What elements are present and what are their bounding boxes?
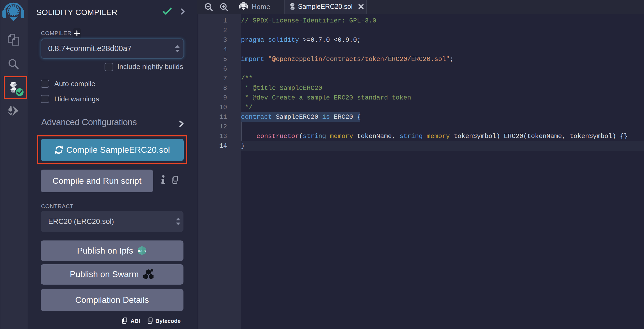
svg-text:IPFS: IPFS [138,249,146,253]
